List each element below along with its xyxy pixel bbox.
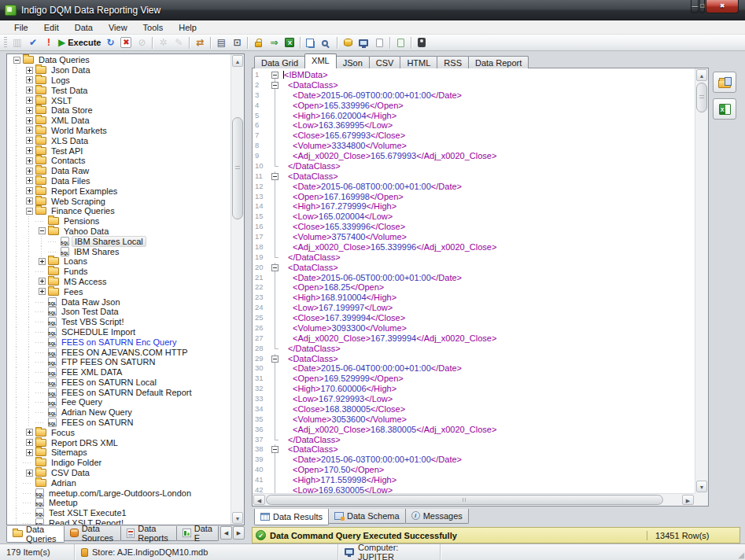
tab-csv[interactable]: CSV	[369, 56, 401, 68]
tree-item[interactable]: Sitemaps	[7, 448, 231, 458]
data-store-button[interactable]	[340, 35, 356, 50]
panel-tab-data-reports[interactable]: Data Reports	[120, 526, 177, 541]
scroll-down-arrow[interactable]: ▼	[232, 512, 243, 524]
expand-toggle[interactable]	[10, 55, 23, 65]
xml-code[interactable]: <IBMData><DataClass><Date>2015-06-09T00:…	[281, 68, 695, 493]
expand-toggle[interactable]	[23, 65, 35, 76]
editor-vertical-scrollbar[interactable]: ▲ ▼	[695, 68, 708, 493]
tree-item[interactable]: SQLTest VBS Script!	[7, 317, 231, 327]
expand-toggle[interactable]	[23, 437, 35, 448]
expand-toggle[interactable]	[23, 135, 35, 146]
tree-item[interactable]: Funds	[7, 267, 231, 277]
tree-item[interactable]: Fees	[7, 286, 231, 297]
tree-item[interactable]: Focus	[7, 427, 231, 437]
resize-grip[interactable]: ◢	[738, 551, 744, 559]
run-application-button[interactable]	[414, 35, 430, 50]
tab-rss[interactable]: RSS	[437, 56, 469, 68]
tree-item[interactable]: SQLTest XSLT Execute1	[7, 508, 231, 518]
editor-horizontal-scrollbar[interactable]: ◀ ▶	[253, 493, 695, 506]
clear-results-button[interactable]: ✖	[118, 35, 134, 50]
fold-toggle[interactable]	[271, 446, 278, 453]
menu-tools[interactable]: Tools	[135, 21, 171, 34]
expand-toggle[interactable]	[23, 126, 35, 136]
tree-item[interactable]: SQLFEES on SATURN Local	[7, 378, 231, 388]
expand-toggle[interactable]	[23, 206, 35, 216]
fold-toggle[interactable]	[271, 356, 278, 363]
expand-toggle[interactable]	[23, 116, 35, 126]
open-report-button[interactable]	[713, 72, 736, 93]
tree-item[interactable]: SQLData Raw Json	[7, 297, 231, 307]
tab-xml[interactable]: XML	[304, 53, 337, 68]
tab-json[interactable]: JSon	[336, 56, 370, 68]
fold-toggle[interactable]	[271, 264, 278, 271]
results-tab-data-results[interactable]: Data Results	[254, 509, 329, 525]
tree-item[interactable]: SQLFTP FEES ON SATURN	[7, 357, 231, 367]
execute-button[interactable]: ▶Execute	[57, 35, 102, 50]
copy-button[interactable]	[303, 35, 319, 50]
expand-toggle[interactable]	[35, 286, 48, 297]
close-button[interactable]: ✖	[706, 0, 739, 13]
tree-item[interactable]: Data Store	[7, 105, 231, 116]
scroll-left-arrow[interactable]: ◀	[253, 495, 265, 505]
expand-toggle[interactable]	[23, 146, 35, 156]
tab-data-grid[interactable]: Data Grid	[254, 56, 305, 68]
tree-item[interactable]: Contacts	[7, 156, 231, 166]
tree-item[interactable]: SQLFEES on SATURN Default Report	[7, 387, 231, 397]
toolbar-grip[interactable]	[4, 37, 7, 49]
tree-item[interactable]: SQLAdrian New Query	[7, 407, 231, 418]
expand-toggle[interactable]	[23, 448, 35, 458]
tree-item[interactable]: SQLmeetup.com/Large-Outdoors-London	[7, 488, 231, 498]
fold-toggle[interactable]	[271, 82, 278, 89]
scroll-up-arrow[interactable]: ▲	[696, 69, 707, 81]
tree-item[interactable]: Data Raw	[7, 166, 231, 176]
results-tab-data-schema[interactable]: Data Schema	[328, 509, 406, 524]
expand-toggle[interactable]	[35, 277, 48, 287]
expand-toggle[interactable]	[23, 427, 35, 437]
expand-toggle[interactable]	[23, 176, 35, 186]
tree-item[interactable]: Loans	[7, 256, 231, 267]
tree-item[interactable]: SQLFEES ON AJEVANS.COM HTTP	[7, 347, 231, 357]
menu-file[interactable]: File	[6, 21, 36, 34]
tree-item[interactable]: SQLFEES on SATURN	[7, 418, 231, 428]
expand-toggle[interactable]	[23, 95, 35, 105]
tree-item[interactable]: XLS Data	[7, 135, 231, 146]
tree-item[interactable]: Yahoo Data	[7, 227, 231, 237]
tree-item[interactable]: Adrian	[7, 477, 231, 488]
print-button[interactable]: ▤	[213, 35, 229, 50]
expand-toggle[interactable]	[23, 186, 35, 196]
tree-item[interactable]: MS Access	[7, 277, 231, 287]
fold-toggle[interactable]	[271, 72, 278, 79]
report-document-button[interactable]	[393, 35, 408, 50]
tree-item[interactable]: Report DRS XML	[7, 437, 231, 448]
tree-item[interactable]: Data Files	[7, 176, 231, 186]
new-document-button[interactable]	[371, 35, 387, 50]
tree-item[interactable]: CSV Data	[7, 468, 231, 478]
maximize-button[interactable]: □	[699, 0, 705, 13]
panel-tab-data-sources[interactable]: Data Sources	[64, 526, 122, 541]
tree-vertical-scrollbar[interactable]: ▲ ▼	[231, 54, 244, 525]
scroll-down-arrow[interactable]: ▼	[696, 481, 707, 492]
tree-item[interactable]: SQLMeetup	[7, 498, 231, 508]
expand-toggle[interactable]	[23, 76, 35, 86]
priority-button[interactable]: !	[41, 35, 57, 50]
panel-tab-data-queries[interactable]: Data Queries	[6, 526, 65, 543]
tree-item[interactable]: Data Queries	[7, 55, 231, 65]
tab-html[interactable]: HTML	[400, 56, 437, 68]
panel-tab-data-e[interactable]: Data E	[176, 526, 219, 541]
fold-toggle[interactable]	[271, 173, 278, 180]
computer-button[interactable]	[356, 35, 371, 50]
scroll-right-arrow[interactable]: ▶	[682, 495, 694, 505]
tree-item[interactable]: Web Scraping	[7, 196, 231, 206]
editor-scroll-thumb[interactable]	[696, 83, 707, 112]
expand-toggle[interactable]	[23, 105, 35, 116]
tree-item[interactable]: Report Examples	[7, 186, 231, 196]
expand-toggle[interactable]	[35, 256, 48, 267]
expand-toggle[interactable]	[23, 156, 35, 166]
tree-item[interactable]: Json Data	[7, 65, 231, 76]
tree-item[interactable]: Test API	[7, 146, 231, 156]
tree-item[interactable]: XML Data	[7, 116, 231, 126]
tree-item[interactable]: SQLFee Query	[7, 397, 231, 407]
export-excel-button[interactable]	[282, 35, 297, 50]
export-excel-button[interactable]	[713, 98, 736, 120]
tab-data-report[interactable]: Data Report	[468, 56, 529, 68]
